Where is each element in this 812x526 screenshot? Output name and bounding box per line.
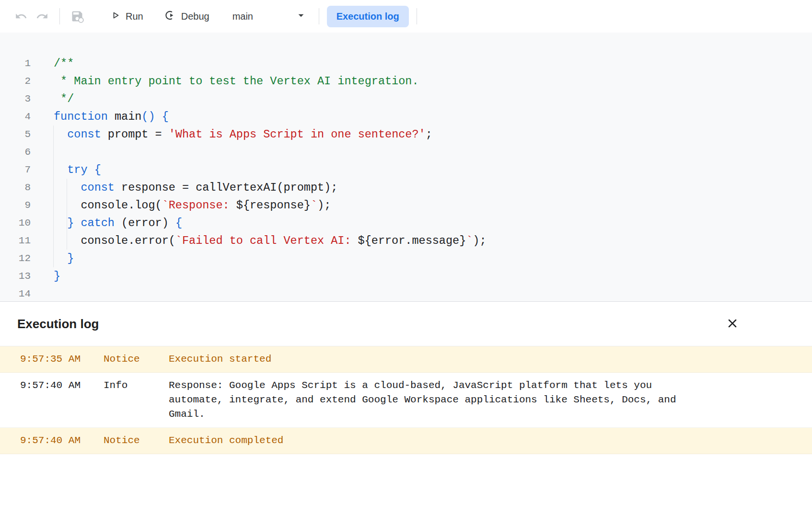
code-text[interactable]: const prompt = 'What is Apps Script in o… [31, 126, 432, 143]
toolbar: Run Debug main Execution log [0, 0, 812, 33]
execution-log-title: Execution log [17, 317, 99, 332]
code-line[interactable]: 10 } catch (error) { [0, 214, 812, 232]
debug-button[interactable]: Debug [160, 6, 214, 27]
log-entries: 9:57:35 AMNoticeExecution started9:57:40… [0, 346, 812, 454]
code-text[interactable]: function main() { [31, 108, 169, 126]
save-icon [70, 10, 84, 23]
code-text[interactable]: } [31, 267, 60, 285]
code-line[interactable]: 9 console.log(`Response: ${response}`); [0, 196, 812, 214]
run-button[interactable]: Run [105, 7, 148, 26]
log-time: 9:57:35 AM [0, 352, 104, 366]
save-project-button[interactable] [67, 6, 88, 27]
debug-icon [164, 9, 177, 24]
indent-guide [67, 179, 67, 250]
code-line[interactable]: 5 const prompt = 'What is Apps Script in… [0, 126, 812, 143]
code-editor[interactable]: 1/**2 * Main entry point to test the Ver… [0, 33, 812, 301]
apps-script-editor: Run Debug main Execution log 1/**2 * Mai… [0, 0, 812, 526]
code-line[interactable]: 11 console.error(`Failed to call Vertex … [0, 232, 812, 250]
code-text[interactable]: } [31, 250, 74, 267]
execution-log-panel: Execution log 9:57:35 AMNoticeExecution … [0, 301, 812, 526]
log-time: 9:57:40 AM [0, 378, 104, 393]
log-time: 9:57:40 AM [0, 434, 104, 448]
code-text[interactable]: * Main entry point to test the Vertex AI… [31, 72, 419, 90]
code-line[interactable]: 14 [0, 285, 812, 301]
log-level: Info [104, 378, 169, 393]
run-icon [110, 10, 121, 23]
code-line[interactable]: 7 try { [0, 161, 812, 179]
line-number[interactable]: 3 [0, 90, 31, 108]
line-number[interactable]: 9 [0, 196, 31, 214]
code-text[interactable]: const response = callVertexAI(prompt); [31, 179, 337, 196]
execution-log-header: Execution log [0, 302, 812, 346]
code-text[interactable]: console.error(`Failed to call Vertex AI:… [31, 232, 487, 250]
log-entry: 9:57:35 AMNoticeExecution started [0, 346, 812, 373]
line-number[interactable]: 10 [0, 214, 31, 232]
line-number[interactable]: 5 [0, 126, 31, 143]
toolbar-divider [417, 8, 417, 24]
log-level: Notice [104, 352, 169, 366]
log-entry: 9:57:40 AMInfoResponse: Google Apps Scri… [0, 373, 812, 428]
code-text[interactable]: console.log(`Response: ${response}`); [31, 196, 331, 214]
code-line[interactable]: 8 const response = callVertexAI(prompt); [0, 179, 812, 196]
line-number[interactable]: 7 [0, 161, 31, 179]
function-selector-dropdown[interactable]: main [226, 6, 311, 27]
function-selector-value: main [232, 11, 253, 22]
code-line[interactable]: 6 [0, 143, 812, 161]
toolbar-divider [59, 8, 60, 24]
execution-log-toggle-button[interactable]: Execution log [327, 6, 409, 27]
code-text[interactable]: */ [31, 90, 74, 108]
code-text[interactable]: /** [31, 55, 74, 72]
log-message: Response: Google Apps Script is a cloud-… [169, 378, 707, 422]
redo-icon [36, 10, 48, 23]
code-text[interactable] [31, 143, 54, 161]
code-line[interactable]: 1/** [0, 55, 812, 72]
log-message: Execution started [169, 352, 707, 366]
line-number[interactable]: 4 [0, 108, 31, 126]
code-line[interactable]: 3 */ [0, 90, 812, 108]
log-entry: 9:57:40 AMNoticeExecution completed [0, 428, 812, 454]
chevron-down-icon [295, 9, 307, 24]
toolbar-divider [319, 8, 319, 24]
close-icon [726, 317, 739, 332]
code-line[interactable]: 13} [0, 267, 812, 285]
redo-button[interactable] [32, 6, 53, 27]
line-number[interactable]: 6 [0, 143, 31, 161]
code-line[interactable]: 2 * Main entry point to test the Vertex … [0, 72, 812, 90]
code-lines: 1/**2 * Main entry point to test the Ver… [0, 55, 812, 301]
code-line[interactable]: 12 } [0, 250, 812, 267]
line-number[interactable]: 12 [0, 250, 31, 267]
code-text[interactable] [31, 285, 54, 301]
code-line[interactable]: 4function main() { [0, 108, 812, 126]
run-label: Run [126, 11, 143, 22]
indent-guide [53, 126, 54, 267]
line-number[interactable]: 1 [0, 55, 31, 72]
line-number[interactable]: 14 [0, 285, 31, 301]
line-number[interactable]: 2 [0, 72, 31, 90]
undo-icon [15, 10, 27, 23]
line-number[interactable]: 13 [0, 267, 31, 285]
line-number[interactable]: 8 [0, 179, 31, 196]
log-message: Execution completed [169, 434, 707, 448]
line-number[interactable]: 11 [0, 232, 31, 250]
close-log-button[interactable] [724, 315, 741, 332]
debug-label: Debug [181, 11, 209, 22]
undo-button[interactable] [11, 6, 32, 27]
code-text[interactable]: try { [31, 161, 101, 179]
log-level: Notice [104, 434, 169, 448]
